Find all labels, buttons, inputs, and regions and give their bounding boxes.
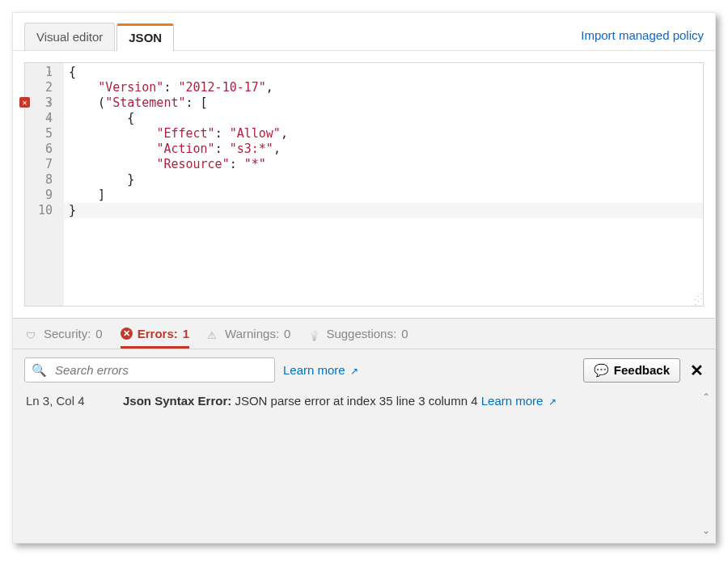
gutter-line: 9 xyxy=(32,188,53,203)
code-line[interactable]: ] xyxy=(69,188,703,203)
issues-suggest-count: 0 xyxy=(401,327,408,340)
tab-json[interactable]: JSON xyxy=(116,23,174,51)
gutter-line: 6 xyxy=(32,142,53,157)
errors-panel: 🔍 Learn more ↗ 💬 Feedback ✕ Ln 3, Col 4 … xyxy=(13,349,715,543)
issues-warnings-count: 0 xyxy=(284,327,290,340)
error-message: Json Syntax Error: JSON parse error at i… xyxy=(123,394,557,408)
warning-icon xyxy=(207,328,220,340)
learn-more-label: Learn more xyxy=(283,363,345,377)
external-link-icon: ↗ xyxy=(350,366,358,377)
code-line[interactable]: { xyxy=(69,111,703,126)
issues-errors-count: 1 xyxy=(183,327,189,340)
error-learn-more-label: Learn more xyxy=(481,394,544,408)
gutter-line: 7 xyxy=(32,157,53,172)
error-location: Ln 3, Col 4 xyxy=(26,394,99,408)
issues-security-label: Security: xyxy=(44,327,91,340)
gutter-line: 3▾✕ xyxy=(32,95,53,111)
shield-icon xyxy=(26,328,39,340)
vertical-scrollbar[interactable]: ⌃ ⌄ xyxy=(702,391,712,536)
issues-security[interactable]: Security: 0 xyxy=(26,327,103,340)
editor-code-area[interactable]: { "Version": "2012-10-17", ("Statement":… xyxy=(64,63,703,306)
import-managed-policy-link[interactable]: Import managed policy xyxy=(581,28,704,50)
search-icon: 🔍 xyxy=(32,363,47,378)
issues-errors-label: Errors: xyxy=(138,327,178,340)
code-line[interactable]: { xyxy=(69,65,703,80)
feedback-label: Feedback xyxy=(614,363,670,377)
fold-icon[interactable]: ▾ xyxy=(48,95,52,111)
code-line[interactable]: "Resource": "*" xyxy=(69,157,703,172)
editor-gutter: 1▾23▾✕4▾5678910 xyxy=(25,63,64,306)
gutter-line: 1▾ xyxy=(32,65,53,80)
code-editor[interactable]: 1▾23▾✕4▾5678910 { "Version": "2012-10-17… xyxy=(24,62,704,307)
gutter-line: 2 xyxy=(32,80,53,95)
issues-errors[interactable]: ✕ Errors: 1 xyxy=(121,327,189,340)
gutter-line: 5 xyxy=(32,126,53,142)
error-row[interactable]: Ln 3, Col 4 Json Syntax Error: JSON pars… xyxy=(24,383,704,419)
gutter-line: 8 xyxy=(32,172,53,188)
issues-security-count: 0 xyxy=(95,327,102,340)
fold-icon[interactable]: ▾ xyxy=(48,65,52,80)
tab-bar: Visual editor JSON Import managed policy xyxy=(13,13,715,51)
issues-suggest-label: Suggestions: xyxy=(326,327,396,340)
search-errors-input[interactable] xyxy=(53,362,268,378)
search-errors-box[interactable]: 🔍 xyxy=(24,357,275,383)
issues-summary-bar: Security: 0 ✕ Errors: 1 Warnings: 0 Sugg… xyxy=(13,318,715,349)
issues-suggestions[interactable]: Suggestions: 0 xyxy=(308,327,408,340)
fold-icon[interactable]: ▾ xyxy=(48,111,52,126)
feedback-button[interactable]: 💬 Feedback xyxy=(583,358,680,383)
close-icon[interactable]: ✕ xyxy=(690,361,704,380)
error-text: JSON parse error at index 35 line 3 colu… xyxy=(235,394,477,408)
code-line[interactable]: } xyxy=(69,172,703,188)
scroll-up-icon[interactable]: ⌃ xyxy=(702,391,712,403)
errors-toolbar: 🔍 Learn more ↗ 💬 Feedback ✕ xyxy=(24,357,704,383)
external-link-icon: ↗ xyxy=(548,396,557,408)
learn-more-link[interactable]: Learn more ↗ xyxy=(283,363,358,377)
tab-visual-editor[interactable]: Visual editor xyxy=(24,23,115,50)
error-circle-icon: ✕ xyxy=(121,328,133,340)
issues-warnings-label: Warnings: xyxy=(225,327,279,340)
code-line[interactable]: "Version": "2012-10-17", xyxy=(69,80,703,95)
speech-bubble-icon: 💬 xyxy=(594,363,609,378)
error-title: Json Syntax Error: xyxy=(123,394,231,408)
policy-editor-panel: Visual editor JSON Import managed policy… xyxy=(12,12,716,543)
issues-warnings[interactable]: Warnings: 0 xyxy=(207,327,290,340)
gutter-line: 4▾ xyxy=(32,111,53,126)
code-line[interactable]: ("Statement": [ xyxy=(69,95,703,111)
error-learn-more-link[interactable]: Learn more ↗ xyxy=(481,394,557,408)
gutter-line: 10 xyxy=(32,203,53,218)
code-line[interactable]: "Effect": "Allow", xyxy=(69,126,703,142)
code-line[interactable]: "Action": "s3:*", xyxy=(69,142,703,157)
lightbulb-icon xyxy=(308,328,321,340)
gutter-error-icon: ✕ xyxy=(19,97,30,108)
scroll-down-icon[interactable]: ⌄ xyxy=(702,525,712,536)
resize-handle-icon[interactable]: ⋰⋰ xyxy=(694,294,701,304)
